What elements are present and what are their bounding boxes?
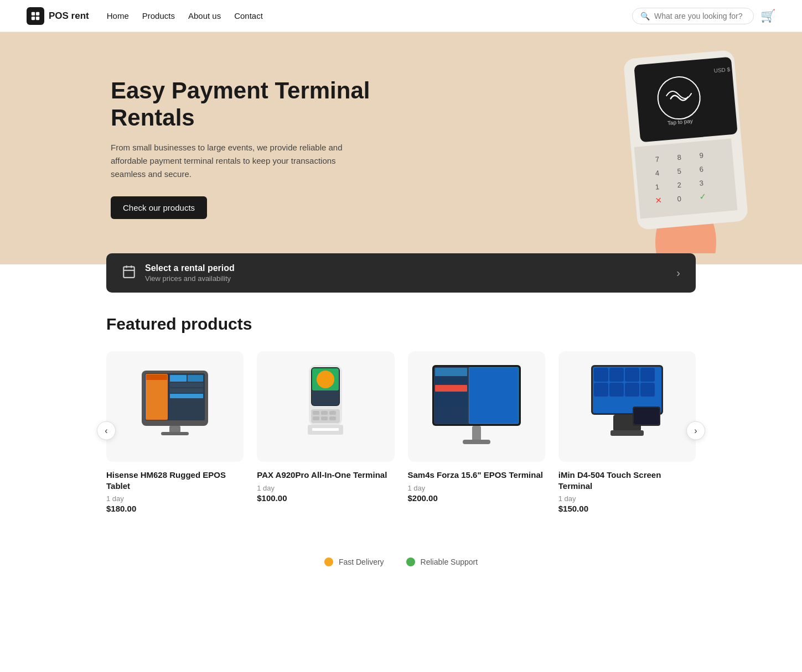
product-name: PAX A920Pro All-In-One Terminal [257, 470, 394, 481]
svg-text:6: 6 [699, 165, 704, 174]
logo-icon [27, 7, 44, 25]
svg-rect-78 [634, 408, 659, 424]
svg-text:0: 0 [677, 195, 682, 204]
product-card[interactable]: PAX A920Pro All-In-One Terminal 1 day $1… [257, 351, 394, 513]
svg-text:8: 8 [677, 153, 682, 162]
nav-links: Home Products About us Contact [107, 11, 263, 20]
svg-rect-70 [640, 368, 655, 382]
product-name: Sam4s Forza 15.6" EPOS Terminal [408, 470, 545, 481]
product-price: $180.00 [106, 504, 244, 513]
svg-rect-47 [329, 411, 336, 415]
svg-rect-2 [32, 16, 35, 19]
svg-rect-37 [169, 426, 180, 433]
carousel-next-button[interactable]: › [686, 421, 705, 440]
product-image-box [558, 351, 696, 462]
product-duration: 1 day [257, 484, 394, 492]
svg-rect-67 [594, 368, 608, 382]
product-image-p4 [580, 360, 674, 454]
product-duration: 1 day [558, 494, 696, 503]
search-input[interactable] [654, 12, 743, 20]
footer-feature-item: Reliable Support [406, 558, 478, 566]
svg-rect-46 [321, 411, 328, 415]
product-card[interactable]: iMin D4-504 Touch Screen Terminal 1 day … [558, 351, 696, 513]
rental-info: Select a rental period View prices and a… [145, 263, 235, 283]
product-card[interactable]: Hisense HM628 Rugged EPOS Tablet 1 day $… [106, 351, 244, 513]
svg-rect-34 [170, 383, 203, 387]
product-duration: 1 day [408, 484, 545, 492]
svg-text:5: 5 [677, 167, 682, 176]
svg-rect-1 [36, 12, 39, 15]
svg-rect-45 [313, 411, 319, 415]
svg-rect-68 [609, 368, 624, 382]
logo[interactable]: POS rent [27, 7, 89, 25]
hero-cta-button[interactable]: Check our products [111, 196, 207, 219]
search-box[interactable]: 🔍 [632, 8, 754, 24]
svg-text:1: 1 [655, 183, 660, 191]
rental-banner[interactable]: Select a rental period View prices and a… [106, 253, 696, 293]
dot-orange-icon [324, 558, 333, 566]
svg-rect-57 [435, 368, 467, 376]
svg-text:2: 2 [677, 181, 682, 190]
svg-rect-73 [625, 383, 639, 397]
svg-text:✓: ✓ [699, 191, 707, 201]
hero-section: Easy Payment Terminal Rentals From small… [0, 32, 802, 264]
nav-link-home[interactable]: Home [107, 11, 129, 20]
rental-subtitle: View prices and availability [145, 274, 235, 283]
hero-description: From small businesses to large events, w… [111, 141, 354, 181]
svg-rect-72 [609, 383, 624, 397]
hero-content: Easy Payment Terminal Rentals From small… [111, 77, 399, 219]
svg-rect-30 [146, 374, 167, 380]
svg-rect-61 [435, 400, 467, 407]
svg-rect-74 [640, 383, 655, 397]
svg-rect-52 [312, 428, 339, 431]
hero-headline: Easy Payment Terminal Rentals [111, 77, 399, 131]
svg-rect-60 [435, 393, 467, 399]
product-image-box [408, 351, 545, 462]
svg-rect-49 [321, 416, 328, 420]
hero-image: USD $ Tap to pay 7 8 9 4 5 6 1 2 3 0 ✓ ✕ [614, 32, 758, 264]
featured-section: Featured products ‹ [0, 304, 802, 546]
nav-link-about[interactable]: About us [188, 11, 221, 20]
svg-point-43 [317, 371, 334, 388]
svg-rect-48 [313, 416, 319, 420]
product-name: Hisense HM628 Rugged EPOS Tablet [106, 470, 244, 491]
rental-title: Select a rental period [145, 263, 235, 273]
search-icon: 🔍 [640, 12, 650, 20]
carousel-prev-button[interactable]: ‹ [97, 421, 116, 440]
svg-text:7: 7 [655, 155, 660, 164]
products-carousel: ‹ [106, 351, 696, 513]
svg-rect-59 [435, 385, 467, 392]
terminal-illustration: USD $ Tap to pay 7 8 9 4 5 6 1 2 3 0 ✓ ✕ [614, 43, 758, 253]
svg-rect-63 [472, 426, 481, 441]
svg-rect-38 [161, 432, 189, 435]
nav-link-contact[interactable]: Contact [234, 11, 263, 20]
svg-text:9: 9 [699, 151, 704, 160]
footer-feature-label: Fast Delivery [339, 558, 384, 566]
svg-rect-3 [36, 16, 39, 19]
footer-feature-item: Fast Delivery [324, 558, 384, 566]
svg-rect-71 [594, 383, 608, 397]
cart-icon[interactable]: 🛒 [760, 9, 775, 23]
product-price: $100.00 [257, 493, 394, 503]
product-price: $150.00 [558, 504, 696, 513]
nav-link-products[interactable]: Products [142, 11, 175, 20]
svg-text:✕: ✕ [655, 195, 663, 205]
product-image-box [257, 351, 394, 462]
product-image-box [106, 351, 244, 462]
svg-rect-62 [469, 368, 518, 423]
svg-rect-69 [625, 368, 639, 382]
product-duration: 1 day [106, 494, 244, 503]
footer-feature-label: Reliable Support [421, 558, 478, 566]
chevron-right-icon[interactable]: › [676, 267, 680, 279]
svg-rect-32 [170, 375, 187, 382]
svg-text:4: 4 [655, 169, 660, 178]
svg-text:3: 3 [699, 179, 704, 187]
products-grid: Hisense HM628 Rugged EPOS Tablet 1 day $… [106, 351, 696, 513]
product-card[interactable]: Sam4s Forza 15.6" EPOS Terminal 1 day $2… [408, 351, 545, 513]
svg-rect-33 [188, 375, 203, 382]
nav-left: POS rent Home Products About us Contact [27, 7, 263, 25]
rental-banner-left: Select a rental period View prices and a… [122, 263, 235, 283]
product-price: $200.00 [408, 493, 545, 503]
svg-rect-76 [610, 430, 644, 436]
svg-rect-23 [123, 267, 134, 278]
